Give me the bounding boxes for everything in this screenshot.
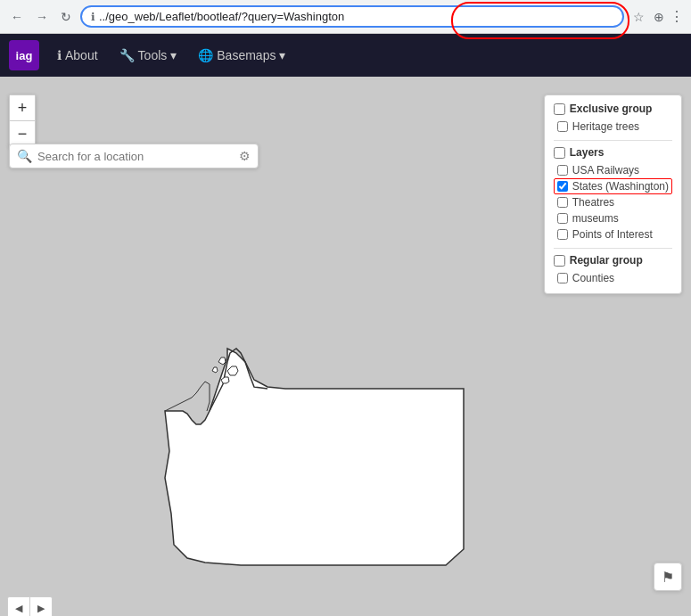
heritage-trees-checkbox[interactable] [557,121,568,132]
exclusive-group-checkbox[interactable] [554,103,565,115]
nav-about[interactable]: ℹ About [48,43,107,68]
about-label: About [65,48,98,62]
layers-group-checkbox[interactable] [554,147,565,159]
heritage-trees-item: Heritage trees [554,119,672,135]
layers-group-header: Layers [554,146,672,159]
layers-group-label: Layers [570,146,605,159]
usa-railways-item: USA Railways [554,162,672,178]
points-of-interest-item: Points of Interest [554,226,672,242]
regular-group-checkbox[interactable] [554,255,565,267]
lock-icon: ℹ [91,11,95,23]
tools-icon: 🔧 [119,48,135,62]
nav-tools[interactable]: 🔧 Tools ▾ [111,43,186,68]
regular-group-header: Regular group [554,254,672,267]
counties-item: Counties [554,270,672,286]
browser-toolbar: ← → ↻ ℹ ☆ ⊕ ⋮ [0,0,691,33]
zoom-in-button[interactable]: + [10,95,35,120]
basemaps-arrow-icon: ▾ [279,48,285,62]
tools-arrow-icon: ▾ [170,48,177,62]
search-icon: 🔍 [17,149,32,163]
regular-group-label: Regular group [570,254,643,267]
forward-button[interactable]: → [32,6,52,28]
app-logo: iag [9,40,39,70]
layers-panel: Exclusive group Heritage trees Layers US… [544,94,682,294]
bookmark-star-icon[interactable]: ☆ [633,10,645,24]
theatres-checkbox[interactable] [557,197,568,208]
map-container[interactable]: + − 🔍 ⚙ Exclusive group Heritage trees L… [0,77,691,616]
zoom-out-button[interactable]: − [10,121,35,146]
extensions-icon[interactable]: ⊕ [654,10,664,24]
museums-label: museums [572,212,619,225]
panel-divider-2 [554,248,672,249]
museums-checkbox[interactable] [557,213,568,224]
states-washington-checkbox[interactable] [557,181,568,192]
map-nav-controls: ◀ ▶ [7,596,53,616]
app-navbar: iag ℹ About 🔧 Tools ▾ 🌐 Basemaps ▾ [0,34,691,77]
address-bar-container: ℹ [80,5,624,28]
heritage-trees-label: Heritage trees [572,120,639,133]
theatres-item: Theatres [554,194,672,210]
search-gear-icon[interactable]: ⚙ [239,149,251,163]
usa-railways-label: USA Railways [572,164,639,177]
states-washington-label: States (Washington) [572,180,669,193]
points-of-interest-checkbox[interactable] [557,229,568,240]
address-bar-input[interactable] [99,10,613,23]
counties-checkbox[interactable] [557,273,568,283]
about-icon: ℹ [57,48,62,62]
bookmark-icon: ⚑ [662,569,674,586]
points-of-interest-label: Points of Interest [572,228,653,241]
basemaps-icon: 🌐 [198,48,213,62]
theatres-label: Theatres [572,196,614,209]
map-nav-left-button[interactable]: ◀ [8,597,29,616]
museums-item: museums [554,210,672,226]
tools-label: Tools [138,48,168,62]
search-input[interactable] [37,150,234,163]
search-bar: 🔍 ⚙ [9,144,259,168]
panel-divider-1 [554,140,672,141]
basemaps-label: Basemaps [217,48,276,62]
bookmark-button[interactable]: ⚑ [654,563,682,591]
zoom-controls: + − [9,94,36,147]
browser-chrome: ← → ↻ ℹ ☆ ⊕ ⋮ [0,0,691,34]
exclusive-group-header: Exclusive group [554,103,672,115]
map-nav-right-button[interactable]: ▶ [30,597,52,616]
back-button[interactable]: ← [7,6,27,28]
nav-basemaps[interactable]: 🌐 Basemaps ▾ [189,43,294,68]
states-washington-item: States (Washington) [554,178,672,194]
counties-label: Counties [572,272,614,284]
browser-menu-icon[interactable]: ⋮ [670,8,684,25]
usa-railways-checkbox[interactable] [557,165,568,176]
reload-button[interactable]: ↻ [57,6,75,28]
exclusive-group-label: Exclusive group [570,103,653,115]
